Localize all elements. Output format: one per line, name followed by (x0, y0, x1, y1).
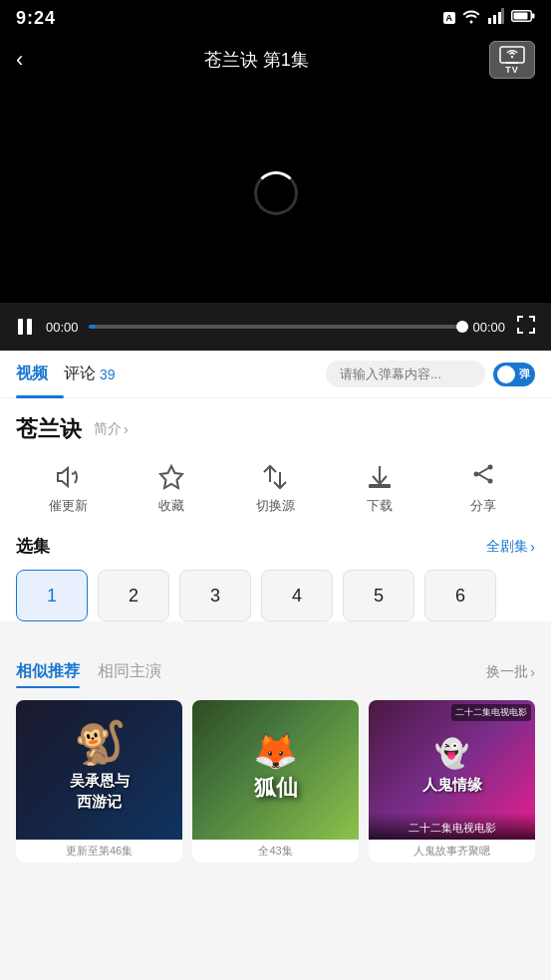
danmu-input[interactable] (326, 361, 485, 387)
switch-source-label: 切换源 (256, 497, 295, 515)
download-label: 下载 (367, 497, 393, 515)
recommendations-section: 相似推荐 相同主演 换一批 › 🐒 吴承恩与西游记 更新至第46集 (0, 641, 551, 878)
megaphone-icon (53, 462, 83, 492)
switch-source-button[interactable]: 切换源 (245, 462, 305, 515)
tv-label: TV (505, 65, 519, 75)
progress-bar[interactable] (89, 325, 463, 329)
tabs-row: 视频 评论 39 弹 (0, 351, 551, 398)
sim-icon: A (443, 12, 456, 24)
rec-card-1-image: 🐒 吴承恩与西游记 (16, 700, 182, 840)
battery-icon (511, 9, 535, 27)
svg-rect-16 (369, 484, 391, 488)
svg-marker-13 (160, 466, 182, 488)
rec-card-2-status: 全43集 (192, 840, 359, 862)
back-button[interactable]: ‹ (16, 47, 23, 73)
wifi-icon (461, 8, 481, 28)
signal-icon (487, 8, 505, 28)
rec-card-3-img-text: 人鬼情缘 (416, 768, 488, 801)
download-button[interactable]: 下载 (350, 462, 410, 515)
share-icon (468, 462, 498, 492)
collect-label: 收藏 (158, 497, 184, 515)
tab-video[interactable]: 视频 (16, 351, 64, 398)
tv-cast-button[interactable]: TV (489, 41, 535, 79)
refresh-recommendations-button[interactable]: 换一批 › (486, 663, 535, 681)
video-player[interactable] (0, 84, 551, 303)
svg-rect-1 (493, 15, 496, 24)
episode-btn-1[interactable]: 1 (16, 570, 88, 621)
svg-rect-2 (498, 12, 501, 24)
svg-rect-6 (514, 13, 528, 20)
svg-point-17 (487, 465, 492, 470)
status-time: 9:24 (16, 8, 56, 29)
rec-card-3-image: 二十二集电视电影 👻 人鬼情缘 二十二集电视电影 (369, 700, 535, 840)
star-icon (156, 462, 186, 492)
svg-rect-5 (532, 14, 535, 19)
fullscreen-button[interactable] (515, 314, 537, 341)
episode-btn-6[interactable]: 6 (424, 570, 496, 621)
action-row: 催更新 收藏 切换源 (16, 462, 535, 515)
rec-tab-samecast[interactable]: 相同主演 (98, 657, 161, 686)
urge-update-label: 催更新 (49, 497, 88, 515)
svg-rect-10 (18, 319, 23, 335)
status-bar: 9:24 A (0, 0, 551, 36)
title-row: 苍兰诀 简介 › (16, 414, 535, 444)
rec-card-2-img-text: 狐仙 (250, 769, 302, 807)
video-header: ‹ 苍兰诀 第1集 TV (0, 36, 551, 84)
rec-card-3-status: 人鬼故事齐聚嗯 (369, 840, 535, 862)
episode-section-header: 选集 全剧集 › (16, 535, 535, 558)
svg-rect-20 (485, 471, 495, 476)
episode-grid: 1 2 3 4 5 6 (16, 570, 535, 621)
chevron-right-icon: › (530, 664, 535, 680)
status-icons: A (443, 8, 536, 28)
svg-point-18 (487, 479, 492, 484)
video-controls: 00:00 00:00 (0, 303, 551, 351)
danmu-input-area: 弹 (132, 361, 535, 387)
rec-card-1-img-text: 吴承恩与西游记 (64, 764, 136, 818)
progress-dot (456, 321, 468, 333)
episode-btn-4[interactable]: 4 (261, 570, 333, 621)
svg-rect-3 (501, 8, 504, 24)
intro-link[interactable]: 简介 › (94, 420, 129, 438)
rec-tab-similar[interactable]: 相似推荐 (16, 657, 80, 686)
danmu-toggle[interactable]: 弹 (493, 363, 535, 386)
current-time: 00:00 (46, 320, 79, 335)
rec-card-3-overlay: 二十二集电视电影 (369, 813, 535, 840)
play-pause-button[interactable] (14, 316, 36, 338)
video-title: 苍兰诀 第1集 (204, 48, 309, 72)
progress-fill (89, 325, 97, 329)
share-label: 分享 (470, 497, 496, 515)
full-episodes-link[interactable]: 全剧集 › (486, 538, 535, 556)
loading-spinner (254, 171, 298, 215)
rec-card-2-image: 🦊 狐仙 (192, 700, 359, 840)
episode-section-title: 选集 (16, 535, 50, 558)
urge-update-button[interactable]: 催更新 (38, 462, 98, 515)
chevron-right-icon: › (530, 539, 535, 555)
series-title: 苍兰诀 (16, 414, 82, 444)
total-time: 00:00 (472, 320, 505, 335)
content-area: 苍兰诀 简介 › 催更新 收藏 (0, 398, 551, 621)
rec-card-1[interactable]: 🐒 吴承恩与西游记 更新至第46集 (16, 700, 182, 862)
download-icon (365, 462, 395, 492)
svg-rect-11 (27, 319, 32, 335)
rec-card-1-status: 更新至第46集 (16, 840, 182, 862)
episode-btn-5[interactable]: 5 (343, 570, 414, 621)
svg-point-9 (511, 56, 513, 58)
switch-icon (260, 462, 290, 492)
svg-rect-0 (488, 18, 491, 24)
rec-card-2[interactable]: 🦊 狐仙 全43集 (192, 700, 359, 862)
share-button[interactable]: 分享 (453, 462, 513, 515)
tab-comment[interactable]: 评论 39 (64, 351, 132, 398)
svg-point-19 (473, 472, 478, 477)
collect-button[interactable]: 收藏 (141, 462, 201, 515)
svg-rect-7 (500, 47, 524, 63)
rec-grid: 🐒 吴承恩与西游记 更新至第46集 🦊 狐仙 全43集 二十二集电视电影 👻 (16, 700, 535, 862)
comment-badge: 39 (100, 367, 116, 382)
danmu-toggle-label: 弹 (519, 367, 530, 381)
rec-card-3[interactable]: 二十二集电视电影 👻 人鬼情缘 二十二集电视电影 人鬼故事齐聚嗯 (369, 700, 535, 862)
svg-rect-8 (506, 62, 518, 64)
svg-line-12 (72, 473, 75, 474)
chevron-right-icon: › (124, 421, 129, 437)
danmu-toggle-dot (497, 366, 515, 383)
episode-btn-3[interactable]: 3 (179, 570, 251, 621)
episode-btn-2[interactable]: 2 (98, 570, 169, 621)
